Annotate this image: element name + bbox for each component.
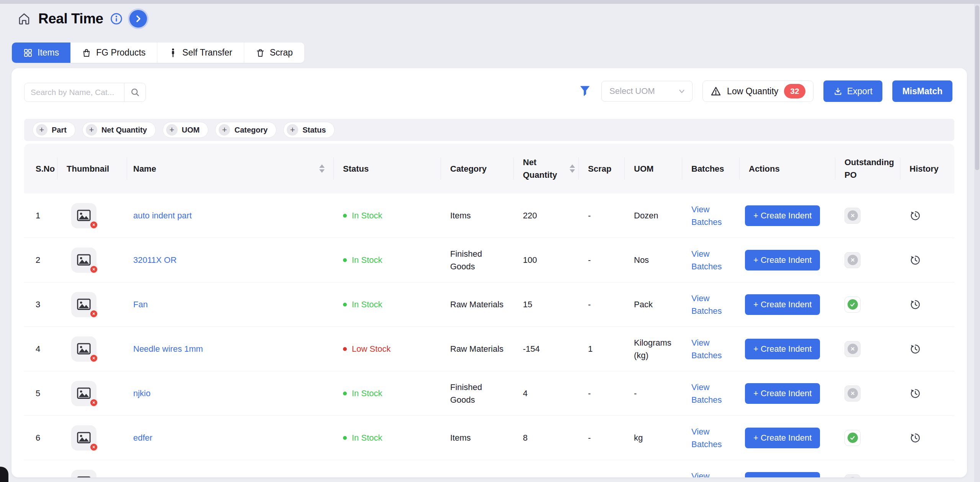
header-name: Name <box>127 144 334 193</box>
status-badge: In Stock <box>334 431 441 444</box>
sort-icon-net-quantity[interactable] <box>570 164 575 173</box>
filter-chip-label: Status <box>302 126 326 134</box>
item-thumbnail[interactable]: × <box>71 203 96 228</box>
next-arrow-button[interactable] <box>129 10 147 28</box>
create-indent-button[interactable]: + Create Indent <box>745 205 820 226</box>
filter-chip-net-quantity[interactable]: +Net Quantity <box>82 122 156 138</box>
filter-chip-label: Net Quantity <box>101 126 147 134</box>
create-indent-button[interactable]: + Create Indent <box>745 428 820 448</box>
check-icon <box>848 433 858 443</box>
image-missing-badge: × <box>90 310 98 318</box>
outstanding-po-check-badge[interactable] <box>844 297 861 313</box>
history-icon[interactable] <box>910 254 947 266</box>
outstanding-po-check-badge[interactable] <box>844 430 861 446</box>
sno-cell: 2 <box>24 254 57 266</box>
image-missing-badge: × <box>90 354 98 362</box>
tab-fg-products-label: FG Products <box>96 48 145 58</box>
cross-icon <box>848 210 858 221</box>
category-cell: Raw Materials <box>441 476 514 477</box>
filter-chip-uom[interactable]: +UOM <box>163 122 209 138</box>
history-icon[interactable] <box>910 210 947 221</box>
item-name-link[interactable]: Needle wires 1mm <box>127 343 334 355</box>
view-batches-link[interactable]: View Batches <box>691 381 732 406</box>
category-cell: Items <box>441 209 514 222</box>
thumbnail-cell: × <box>57 336 127 362</box>
create-indent-button[interactable]: + Create Indent <box>745 339 820 359</box>
filter-chip-category[interactable]: +Category <box>215 122 276 138</box>
search-input[interactable] <box>24 83 124 102</box>
mismatch-button[interactable]: MisMatch <box>892 80 952 102</box>
view-batches-link[interactable]: View Batches <box>691 425 732 451</box>
image-missing-badge: × <box>90 221 98 229</box>
item-name-link[interactable]: Fan <box>127 298 334 311</box>
info-icon[interactable] <box>110 13 122 25</box>
export-button[interactable]: Export <box>823 80 882 102</box>
history-icon[interactable] <box>910 299 947 310</box>
status-badge: In Stock <box>334 298 441 311</box>
header-net-quantity: Net Quantity <box>514 144 579 193</box>
page-header: Real Time <box>17 10 147 28</box>
table-row: 3×FanIn StockRaw Materials15-PackView Ba… <box>24 282 954 327</box>
scrap-cell: - <box>579 254 625 266</box>
filter-chip-label: Category <box>234 126 268 134</box>
net-quantity-cell: 0 <box>514 476 579 477</box>
item-name-link[interactable]: auto indent part <box>127 209 334 222</box>
plus-icon: + <box>166 124 178 136</box>
net-quantity-cell: 8 <box>514 431 579 444</box>
view-batches-link[interactable]: View Batches <box>691 248 732 273</box>
item-thumbnail[interactable]: × <box>71 381 96 406</box>
outstanding-po-cross-badge[interactable] <box>844 385 861 402</box>
create-indent-button[interactable]: + Create Indent <box>745 294 820 315</box>
scrap-cell: - <box>579 298 625 311</box>
tab-items[interactable]: Items <box>12 43 70 63</box>
view-batches-link[interactable]: View Batches <box>691 203 732 228</box>
filter-chip-part[interactable]: +Part <box>33 122 75 138</box>
view-batches-link[interactable]: View Batches <box>691 292 732 317</box>
item-name-link[interactable]: 32011X OR <box>127 254 334 266</box>
history-icon[interactable] <box>910 343 947 355</box>
history-icon[interactable] <box>910 477 947 478</box>
filter-chips-band: +Part+Net Quantity+UOM+Category+Status <box>24 119 954 141</box>
item-thumbnail[interactable]: × <box>71 425 96 451</box>
create-indent-button[interactable]: + Create Indent <box>745 472 820 478</box>
sno-cell: 7 <box>24 476 57 477</box>
view-batches-link[interactable]: View Batches <box>691 470 732 478</box>
history-icon[interactable] <box>910 432 947 444</box>
item-thumbnail[interactable]: × <box>71 470 96 478</box>
image-missing-badge: × <box>90 398 98 407</box>
sort-icon-name[interactable] <box>319 164 325 173</box>
item-thumbnail[interactable]: × <box>71 248 96 273</box>
item-thumbnail[interactable]: × <box>71 292 96 317</box>
view-batches-link[interactable]: View Batches <box>691 336 732 362</box>
status-dot-icon <box>343 258 347 262</box>
item-name-link[interactable]: edfer <box>127 431 334 444</box>
history-icon[interactable] <box>910 388 947 399</box>
table-row: 2×32011X ORIn StockFinished Goods100-Nos… <box>24 238 954 282</box>
tab-scrap[interactable]: Scrap <box>244 43 304 63</box>
low-quantity-button[interactable]: Low Quantity 32 <box>702 80 813 102</box>
filter-chip-status[interactable]: +Status <box>283 122 335 138</box>
category-cell: Finished Goods <box>441 381 514 406</box>
create-indent-button[interactable]: + Create Indent <box>745 383 820 404</box>
filter-funnel-icon[interactable] <box>578 85 591 98</box>
search-icon[interactable] <box>124 83 145 102</box>
outstanding-po-cross-badge[interactable] <box>844 208 861 224</box>
uom-cell: Kilograms (kg) <box>625 336 682 362</box>
scrollbar-thumb[interactable] <box>975 5 979 170</box>
item-name-link[interactable]: njkio <box>127 387 334 400</box>
uom-select[interactable]: Select UOM <box>601 81 693 102</box>
create-indent-button[interactable]: + Create Indent <box>745 250 820 271</box>
outstanding-po-cross-badge[interactable] <box>844 252 861 268</box>
outstanding-po-cross-badge[interactable] <box>844 341 861 357</box>
vertical-scrollbar[interactable] <box>974 4 980 482</box>
home-icon[interactable] <box>17 11 31 26</box>
sno-cell: 3 <box>24 298 57 311</box>
item-name-link[interactable]: new RM testing <box>127 476 334 477</box>
tab-fg-products[interactable]: FG Products <box>70 43 157 63</box>
thumbnail-cell: × <box>57 248 127 273</box>
outstanding-po-cross-badge[interactable] <box>844 474 861 478</box>
sno-cell: 5 <box>24 387 57 400</box>
item-thumbnail[interactable]: × <box>71 336 96 362</box>
tab-self-transfer[interactable]: Self Transfer <box>157 43 244 63</box>
header-history: History <box>900 144 954 193</box>
